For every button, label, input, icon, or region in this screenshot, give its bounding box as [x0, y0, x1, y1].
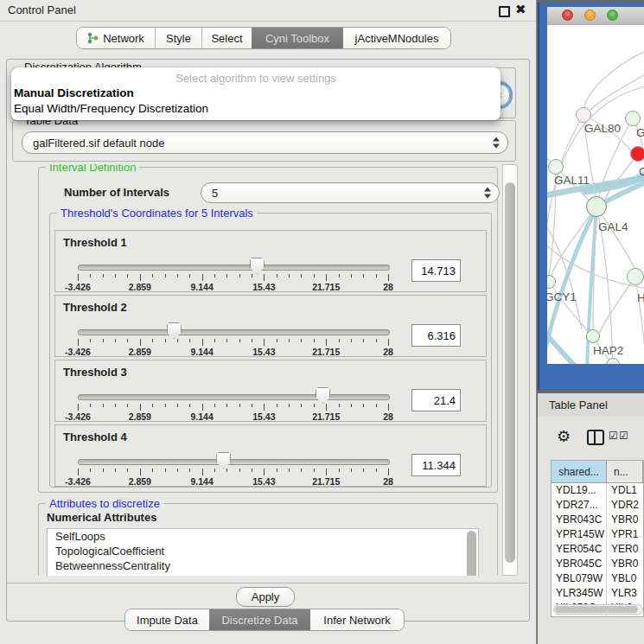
- slider-tick-label: 21.715: [312, 411, 340, 422]
- tab-jactivemnodules[interactable]: jActiveMNodules: [343, 28, 450, 48]
- bottom-separator: [7, 583, 528, 583]
- split-columns-icon[interactable]: [587, 430, 604, 445]
- slider-tick: [165, 404, 166, 407]
- settings-scrollbar-thumb[interactable]: [505, 182, 515, 563]
- checkbox-checked-icon[interactable]: ☑: [619, 430, 628, 442]
- table-data-combo[interactable]: galFiltered.sif default node: [22, 131, 508, 154]
- table-row[interactable]: YBR045CYBR0: [552, 557, 643, 571]
- threshold-slider-handle[interactable]: [216, 452, 231, 469]
- table-row[interactable]: YER054CYER0: [552, 542, 643, 557]
- tab-style[interactable]: Style: [155, 28, 201, 48]
- threshold-slider-track[interactable]: [78, 265, 390, 271]
- numerical-attributes-label: Numerical Attributes: [47, 511, 156, 524]
- combo-stepper-icon: [493, 137, 500, 149]
- slider-tick: [152, 274, 153, 277]
- gear-icon[interactable]: ⚙: [557, 427, 571, 446]
- settings-scroll-viewport: Interval Definition Number of Intervals …: [11, 164, 501, 576]
- dropdown-placeholder: Select algorithm to view settings: [11, 72, 501, 85]
- slider-tick-label: 2.859: [129, 347, 151, 357]
- network-window-titlebar[interactable]: [547, 7, 644, 26]
- apply-button[interactable]: Apply: [236, 587, 295, 607]
- close-icon[interactable]: ✖: [515, 2, 526, 17]
- tab-label: Impute Data: [137, 614, 198, 627]
- threshold-value-field[interactable]: [411, 454, 461, 476]
- slider-tick: [376, 404, 377, 407]
- tab-select[interactable]: Select: [201, 28, 252, 48]
- column-header-n[interactable]: n...: [607, 461, 643, 482]
- threshold-slider-track[interactable]: [78, 394, 390, 400]
- table-row[interactable]: YDR27...YDR2: [552, 498, 643, 513]
- table-row[interactable]: YBL079WYBL0: [552, 571, 643, 586]
- node-c[interactable]: [630, 146, 644, 162]
- panel-title: Control Panel: [8, 3, 76, 16]
- threshold-value-field[interactable]: [411, 259, 461, 282]
- settings-scrollbar[interactable]: [502, 164, 518, 576]
- slider-tick-label: 28: [383, 411, 393, 422]
- slider-tick: [103, 469, 104, 472]
- threshold-slider-track[interactable]: [78, 329, 390, 335]
- slider-tick: [289, 469, 290, 472]
- checkbox-checked-icon[interactable]: ☑: [609, 430, 618, 442]
- node-hap2[interactable]: [586, 329, 600, 343]
- slider-tick: [115, 339, 116, 342]
- slider-tick-label: 2.859: [129, 476, 151, 487]
- number-of-intervals-combo[interactable]: 5: [201, 182, 500, 203]
- tab-label: Infer Network: [323, 614, 390, 627]
- threshold-panel-4: Threshold 4-3.4262.8599.14415.4321.71528: [54, 424, 487, 487]
- slider-tick: [301, 469, 302, 472]
- table-row[interactable]: YLR345WYLR3: [552, 586, 643, 601]
- threshold-slider-handle[interactable]: [250, 258, 265, 274]
- table-cell: YBR043C: [552, 513, 607, 527]
- slider-tick: [252, 469, 252, 472]
- table-row[interactable]: YBR043CYBR0: [552, 513, 643, 527]
- table-hscrollbar-thumb[interactable]: [555, 606, 638, 613]
- network-view-window: GAL80GCGAL11GAL4GCY1HHAP2: [538, 3, 644, 390]
- close-traffic-light[interactable]: [562, 10, 573, 21]
- dropdown-option-manual-discretization[interactable]: Manual Discretization: [14, 86, 134, 99]
- slider-tick-label: 15.43: [252, 347, 275, 357]
- dropdown-option-equal-width-frequency-discretization[interactable]: Equal Width/Frequency Discretization: [14, 102, 208, 115]
- slider-tick-label: 21.715: [312, 282, 340, 292]
- attribute-list-item[interactable]: BetweennessCentrality: [48, 558, 478, 573]
- table-row[interactable]: YPR145WYPR1: [552, 527, 643, 542]
- column-header-shared[interactable]: shared...: [552, 461, 607, 482]
- threshold-slider-handle[interactable]: [167, 322, 182, 339]
- node-gal11[interactable]: [548, 159, 564, 175]
- tab-infer-network[interactable]: Infer Network: [310, 609, 404, 630]
- node-g[interactable]: [625, 111, 641, 126]
- slider-tick: [277, 274, 277, 277]
- float-window-icon[interactable]: [499, 6, 510, 17]
- minimize-traffic-light[interactable]: [584, 10, 596, 21]
- threshold-value-field[interactable]: [411, 324, 461, 347]
- table-horizontal-scrollbar[interactable]: [553, 604, 643, 615]
- network-canvas[interactable]: GAL80GCGAL11GAL4GCY1HHAP2: [547, 25, 644, 364]
- slider-tick: [90, 404, 91, 407]
- zoom-traffic-light[interactable]: [607, 10, 618, 21]
- attribute-list-item[interactable]: TopologicalCoefficient: [48, 544, 478, 558]
- slider-tick: [140, 274, 141, 281]
- slider-tick-label: 21.715: [312, 347, 340, 357]
- slider-tick: [189, 274, 190, 277]
- threshold-slider-handle[interactable]: [316, 387, 330, 404]
- slider-tick: [301, 404, 302, 407]
- threshold-value-field[interactable]: [411, 389, 461, 411]
- attribute-list-item[interactable]: SelfLoops: [48, 529, 478, 544]
- slider-tick: [239, 274, 240, 277]
- node-gal4[interactable]: [586, 196, 607, 217]
- slider-tick-label: 28: [383, 282, 393, 292]
- slider-tick: [363, 274, 364, 277]
- tab-discretize-data[interactable]: Discretize Data: [209, 609, 310, 630]
- table-panel-body: ⚙ ☑ ☑ shared...n... YDL19...YDL1YDR27...…: [538, 417, 644, 644]
- tab-label: Cyni Toolbox: [265, 32, 329, 45]
- threshold-slider-track[interactable]: [78, 459, 390, 465]
- node-h[interactable]: [627, 268, 644, 285]
- table-cell: YBR045C: [552, 557, 607, 571]
- attributes-list-scrollbar[interactable]: [467, 531, 476, 576]
- slider-tick: [226, 404, 227, 407]
- table-row[interactable]: YDL19...YDL1: [552, 483, 643, 498]
- tab-network[interactable]: Network: [77, 28, 155, 48]
- combo-stepper-icon: [484, 188, 491, 199]
- tab-cyni-toolbox[interactable]: Cyni Toolbox: [252, 28, 343, 48]
- tab-impute-data[interactable]: Impute Data: [125, 609, 209, 630]
- node-gal80[interactable]: [576, 107, 591, 123]
